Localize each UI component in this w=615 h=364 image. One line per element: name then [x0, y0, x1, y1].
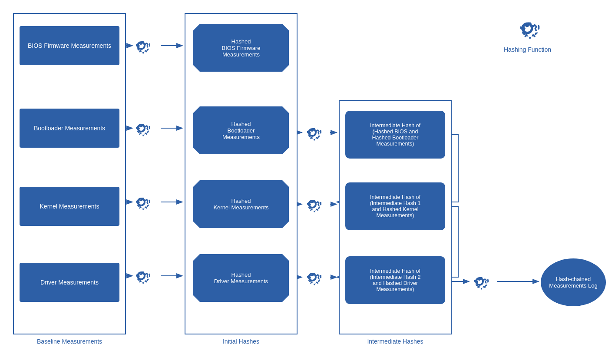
- gear-icon-7: [301, 266, 324, 290]
- hashing-function-legend: Hashing Function: [504, 13, 551, 53]
- gear-icon-8: [468, 270, 491, 295]
- hashing-function-gear-icon: [512, 13, 542, 43]
- gear-icon-6: [301, 193, 324, 217]
- hashed-bootloader: HashedBootloaderMeasurements: [193, 106, 289, 154]
- driver-measurement: Driver Measurements: [20, 263, 119, 302]
- hashed-kernel: HashedKernel Measurements: [193, 180, 289, 228]
- gear-icon-3: [130, 191, 152, 215]
- gear-icon-2: [130, 117, 152, 141]
- intermediate-hashes-label: Intermediate Hashes: [339, 338, 452, 345]
- inter-hash-1: Intermediate Hash of(Hashed BIOS andHash…: [345, 111, 445, 159]
- hashing-function-label: Hashing Function: [504, 46, 551, 53]
- gear-icon-5: [301, 121, 324, 146]
- gear-icon-1: [130, 34, 152, 59]
- hashed-driver: HashedDriver Measurements: [193, 254, 289, 302]
- kernel-measurement: Kernel Measurements: [20, 187, 119, 226]
- bios-measurement: BIOS Firmware Measurements: [20, 26, 119, 65]
- hashed-bios: HashedBIOS FirmwareMeasurements: [193, 24, 289, 72]
- final-hash-log: Hash-chainedMeasurements Log: [541, 258, 606, 306]
- gear-icon-4: [130, 265, 152, 289]
- inter-hash-3: Intermediate Hash of(Intermediate Hash 2…: [345, 256, 445, 304]
- diagram-container: Baseline Measurements BIOS Firmware Meas…: [0, 0, 615, 364]
- inter-hash-2: Intermediate Hash of(Intermediate Hash 1…: [345, 182, 445, 230]
- bootloader-measurement: Bootloader Measurements: [20, 109, 119, 148]
- initial-hashes-label: Initial Hashes: [185, 338, 298, 345]
- baseline-label: Baseline Measurements: [13, 338, 126, 345]
